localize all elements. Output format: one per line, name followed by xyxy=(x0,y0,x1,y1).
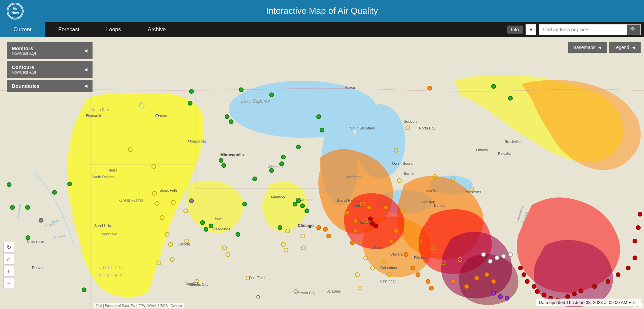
monitor-dot[interactable] xyxy=(368,217,373,221)
monitor-dot[interactable] xyxy=(427,86,432,90)
basemaps-button[interactable]: Basemaps ◄ xyxy=(568,42,607,53)
monitor-dot[interactable] xyxy=(474,276,479,280)
monitor-dot[interactable] xyxy=(204,227,208,232)
monitor-dot[interactable] xyxy=(67,182,72,186)
monitor-dot[interactable] xyxy=(358,286,362,291)
info-button[interactable]: Info xyxy=(507,26,523,34)
monitor-dot[interactable] xyxy=(535,289,540,294)
monitor-dot[interactable] xyxy=(469,187,474,191)
monitor-dot[interactable] xyxy=(7,182,11,187)
monitor-dot[interactable] xyxy=(279,161,284,166)
monitor-dot[interactable] xyxy=(246,276,250,280)
monitor-dot[interactable] xyxy=(171,200,176,205)
monitor-dot[interactable] xyxy=(242,202,247,206)
monitor-dot[interactable] xyxy=(320,128,324,132)
monitor-dot[interactable] xyxy=(451,279,456,284)
monitor-dot[interactable] xyxy=(464,284,469,289)
monitor-dot[interactable] xyxy=(293,289,298,294)
monitor-dot[interactable] xyxy=(636,225,641,230)
monitor-dot[interactable] xyxy=(565,294,570,299)
monitor-dot[interactable] xyxy=(508,96,513,101)
zoom-out-button[interactable]: − xyxy=(3,278,14,289)
monitor-dot[interactable] xyxy=(26,235,30,240)
monitor-dot[interactable] xyxy=(316,225,321,230)
monitor-dot[interactable] xyxy=(429,286,434,291)
monitor-dot[interactable] xyxy=(501,254,506,259)
monitor-dot[interactable] xyxy=(301,245,306,250)
monitor-dot[interactable] xyxy=(170,257,175,262)
monitor-dot[interactable] xyxy=(221,163,226,168)
monitor-dot[interactable] xyxy=(225,114,229,119)
monitor-dot[interactable] xyxy=(394,229,398,233)
monitor-dot[interactable] xyxy=(441,261,445,265)
monitor-dot[interactable] xyxy=(491,279,496,284)
monitor-dot[interactable] xyxy=(296,145,301,149)
monitor-dot[interactable] xyxy=(405,125,410,130)
monitor-dot[interactable] xyxy=(152,191,157,196)
monitor-dot[interactable] xyxy=(300,234,305,238)
monitor-dot[interactable] xyxy=(183,208,188,213)
monitor-dot[interactable] xyxy=(350,240,355,245)
monitor-dot[interactable] xyxy=(505,296,509,301)
monitor-dot[interactable] xyxy=(353,229,358,233)
monitor-dot[interactable] xyxy=(432,174,437,179)
monitor-dot[interactable] xyxy=(404,225,408,230)
monitor-dot[interactable] xyxy=(239,87,244,92)
monitor-dot[interactable] xyxy=(39,218,43,223)
monitor-dot[interactable] xyxy=(404,252,408,257)
monitor-dot[interactable] xyxy=(508,252,513,257)
monitor-dot[interactable] xyxy=(400,208,405,213)
monitor-dot[interactable] xyxy=(281,242,286,247)
monitor-dot[interactable] xyxy=(498,294,503,299)
monitor-dot[interactable] xyxy=(481,252,486,257)
monitor-dot[interactable] xyxy=(151,164,156,169)
monitor-dot[interactable] xyxy=(579,288,583,293)
refresh-button[interactable]: ↻ xyxy=(3,242,14,253)
monitor-dot[interactable] xyxy=(296,198,301,203)
monitor-dot[interactable] xyxy=(357,239,361,243)
monitor-dot[interactable] xyxy=(225,252,230,257)
monitor-dot[interactable] xyxy=(355,272,360,277)
monitor-dot[interactable] xyxy=(394,148,398,153)
monitor-dot[interactable] xyxy=(451,177,456,181)
legend-button[interactable]: Legend ◄ xyxy=(609,42,641,53)
home-button[interactable]: ⌂ xyxy=(3,254,14,265)
monitor-dot[interactable] xyxy=(532,284,536,289)
monitor-dot[interactable] xyxy=(522,272,526,277)
monitor-dot[interactable] xyxy=(389,239,393,243)
monitor-dot[interactable] xyxy=(410,266,415,270)
monitor-dot[interactable] xyxy=(384,205,388,210)
monitor-dot[interactable] xyxy=(488,259,493,264)
monitor-dot[interactable] xyxy=(269,168,274,173)
monitor-dot[interactable] xyxy=(82,287,86,292)
monitor-dot[interactable] xyxy=(638,212,642,217)
monitor-dot[interactable] xyxy=(633,256,637,260)
monitor-dot[interactable] xyxy=(189,89,194,94)
dropdown-button[interactable]: ▼ xyxy=(526,24,536,35)
monitor-dot[interactable] xyxy=(525,279,530,284)
monitor-dot[interactable] xyxy=(156,261,161,265)
tab-forecast[interactable]: Forecast xyxy=(45,22,93,37)
monitor-dot[interactable] xyxy=(458,257,462,262)
monitor-dot[interactable] xyxy=(417,239,422,243)
monitor-dot[interactable] xyxy=(345,210,350,215)
monitor-dot[interactable] xyxy=(278,225,282,230)
monitor-dot[interactable] xyxy=(209,224,213,228)
monitor-dot[interactable] xyxy=(236,232,240,237)
monitor-dot[interactable] xyxy=(252,177,257,181)
monitor-dot[interactable] xyxy=(518,266,523,270)
zoom-in-button[interactable]: + xyxy=(3,266,14,277)
monitor-dot[interactable] xyxy=(431,245,435,250)
monitor-dot[interactable] xyxy=(184,239,189,243)
map-container[interactable]: Lake Superior Minnesota North Dakota Sou… xyxy=(0,37,644,309)
monitor-dot[interactable] xyxy=(189,198,194,203)
monitor-dot[interactable] xyxy=(219,158,223,163)
monitor-dot[interactable] xyxy=(491,291,496,296)
monitor-dot[interactable] xyxy=(326,234,331,238)
monitor-dot[interactable] xyxy=(229,119,234,124)
monitor-dot[interactable] xyxy=(370,266,375,270)
monitor-dot[interactable] xyxy=(485,272,489,277)
monitor-dot[interactable] xyxy=(285,229,290,233)
contours-panel-btn[interactable]: Contours NowCast AQI ◄ xyxy=(7,61,93,78)
monitor-dot[interactable] xyxy=(633,239,637,243)
